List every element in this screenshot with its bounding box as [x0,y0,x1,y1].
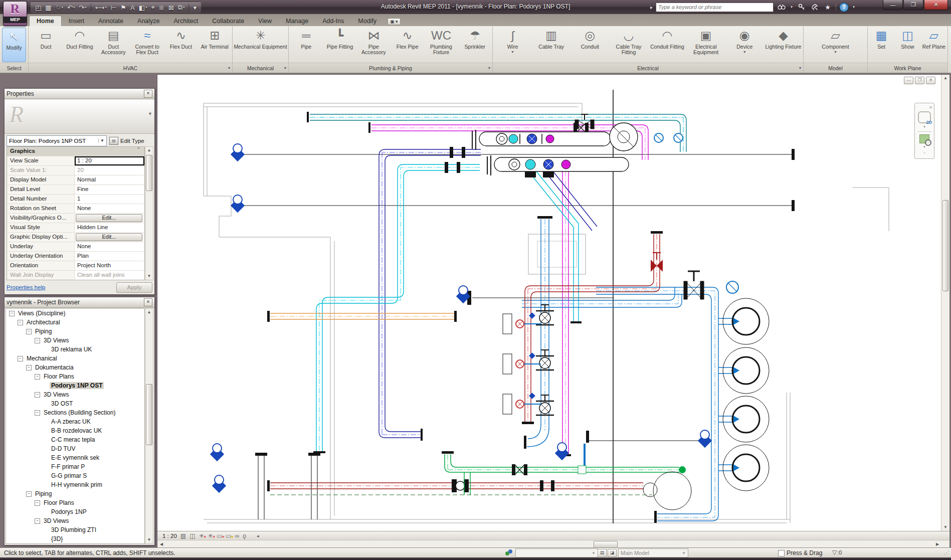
property-value[interactable]: Hidden Line [75,223,144,232]
scale-button[interactable]: 1 : 20 [162,533,177,539]
air-terminal-button[interactable]: ⊞Air Terminal [198,27,232,63]
search-collapse-icon[interactable]: ▸ [650,5,653,10]
text-icon[interactable]: A [129,4,136,12]
subscription-center-key-icon[interactable] [797,3,807,12]
temporary-hide-isolate-icon[interactable]: ∞ [235,532,240,539]
sun-path-icon[interactable]: ☀× [199,532,204,539]
tree-item-label[interactable]: Views (Discipline) [17,310,67,317]
view-minimize-icon[interactable]: — [904,77,913,84]
scroll-down-icon[interactable]: ▼ [145,536,153,543]
steering-wheel-icon[interactable]: 2D [918,111,931,123]
tab-add-ins[interactable]: Add-Ins [315,16,351,26]
thin-lines-icon[interactable]: ≣ [157,4,166,12]
resize-grip[interactable]: ⋰ [944,549,949,556]
minimize-button[interactable]: — [883,0,903,10]
properties-scrollbar[interactable]: ▲ ▼ [145,146,153,280]
tree-item-label[interactable]: 3D OST [50,400,74,407]
collapse-chevron-icon[interactable]: ⌃ [136,147,144,156]
drawing-view[interactable]: — ❐ ✕ ✕ 2D ▾ ▾ ⌄ ▲ ▼ 1 : 20 ▨◫☀×☀×▭×▭●∞ϙ… [157,74,949,548]
tree-item-label[interactable]: F-F primar P [50,463,86,470]
panel-label[interactable]: Model [804,63,867,73]
navbar-close-icon[interactable]: ✕ [929,105,932,110]
design-options-icon[interactable]: ◪ [608,549,617,557]
tree-item-label[interactable]: G-G primar S [50,472,88,479]
tree-expand-icon[interactable]: − [35,374,40,380]
close-button[interactable]: ✕ [924,0,948,10]
conduit-button[interactable]: ◎Conduit [570,27,609,63]
navbar-expand-icon[interactable]: ⌄ [923,150,926,154]
panel-label[interactable]: Mechanical▾ [233,63,288,73]
vcb-collapse-icon[interactable]: ◂ [257,533,259,538]
floor-plan-canvas[interactable] [157,75,949,531]
duct-button[interactable]: ▭Duct [29,27,63,63]
scroll-up-icon[interactable]: ▲ [145,309,153,316]
open-icon[interactable]: ◰ [34,4,43,12]
panel-display-toggle[interactable]: ▣ ▾ [388,18,401,25]
type-selector-combobox[interactable]: Floor Plan: Podorys 1NP OST ▼ [7,135,107,146]
scroll-down-icon[interactable]: ▼ [145,273,153,280]
property-value[interactable]: None [75,204,144,213]
tree-item-label[interactable]: 3D reklama UK [50,346,93,353]
restore-button[interactable]: ❐ [903,0,923,10]
flex-pipe-button[interactable]: ∿Flex Pipe [391,27,424,63]
tag-icon[interactable]: ⚑ [119,4,128,12]
tree-item-label[interactable]: C-C merac tepla [50,436,96,443]
search-dropdown-icon[interactable]: ▾ [790,3,794,12]
electrical-equipment-button[interactable]: ▣Electrical Equipment [687,27,725,63]
section-icon[interactable]: ⌖ [149,3,156,12]
property-value[interactable]: Fine [75,185,144,194]
plumbing-fixture-button[interactable]: WCPlumbing Fixture [424,27,458,63]
tab-manage[interactable]: Manage [279,16,315,26]
property-value[interactable]: Project North [75,261,144,270]
tab-home[interactable]: Home [29,16,62,26]
scrollbar-thumb[interactable] [146,384,152,445]
sprinkler-button[interactable]: ☂Sprinkler [458,27,492,63]
editable-only-icon[interactable]: ▤ [598,549,607,557]
tree-item-label[interactable]: B-B rozdelovac UK [50,427,103,434]
dropdown-icon[interactable]: ▾ [183,6,185,10]
panel-expand-icon[interactable]: ▾ [799,66,801,70]
tree-item-label[interactable]: 3D Views [42,391,70,398]
press-drag-checkbox[interactable] [778,550,785,556]
measure-icon[interactable]: ⟷▾ [94,4,108,12]
tree-item-label[interactable]: H-H vymennik prim [50,481,104,488]
redo-icon[interactable]: ↷▾ [77,4,88,12]
tree-item-label[interactable]: Podorys 1NP OST [50,382,104,389]
panel-label[interactable]: Electrical▾ [493,63,803,73]
customize-qat-icon[interactable]: ▾ [192,4,198,12]
dropdown-icon[interactable]: ▾ [73,6,75,10]
property-value[interactable]: Clean all wall joins [75,271,144,280]
cable-tray-button[interactable]: ▥Cable Tray [532,27,570,63]
tree-item-label[interactable]: 3D Plumbing ZTI [50,526,98,533]
help-icon[interactable]: ? [839,3,849,12]
tree-expand-icon[interactable]: − [35,392,40,398]
scrollbar-thumb[interactable] [942,200,948,291]
favorites-star-icon[interactable]: ★ [823,3,833,12]
tree-item-label[interactable]: Architectural [25,319,62,326]
tree-expand-icon[interactable]: − [26,329,32,334]
ref-plane-button[interactable]: ▱Ref Plane [921,27,947,63]
application-menu-button[interactable]: R MEP [3,1,27,26]
detail-level-icon[interactable]: ▨ [180,532,186,539]
duct-accessory-button[interactable]: ▤Duct Accessory [97,27,130,63]
tree-expand-icon[interactable]: − [35,500,40,506]
visual-style-icon[interactable]: ◫ [189,532,195,539]
scroll-right-icon[interactable]: ▶ [934,541,941,547]
tree-item-label[interactable]: Floor Plans [42,499,76,506]
property-value[interactable]: Normal [75,175,144,184]
preview-dropdown-icon[interactable]: ▼ [148,111,152,116]
sync-with-central-icon[interactable]: ↻▾ [54,4,65,12]
undo-icon[interactable]: ↶▾ [66,4,76,12]
property-value[interactable]: None [75,242,144,251]
tree-expand-icon[interactable]: − [35,410,40,416]
edit-button[interactable]: Edit... [76,214,142,222]
properties-close-icon[interactable]: ✕ [144,90,152,98]
search-input[interactable] [656,3,774,12]
scrollbar-thumb[interactable] [146,155,152,191]
scroll-up-icon[interactable]: ▲ [941,75,949,82]
shadows-icon[interactable]: ☀× [208,532,213,539]
tab-view[interactable]: View [251,16,279,26]
tree-expand-icon[interactable]: − [18,320,23,325]
convert-to-flex-duct-button[interactable]: ≈Convert to Flex Duct [130,27,164,63]
panel-label[interactable]: Work Plane [868,63,947,73]
